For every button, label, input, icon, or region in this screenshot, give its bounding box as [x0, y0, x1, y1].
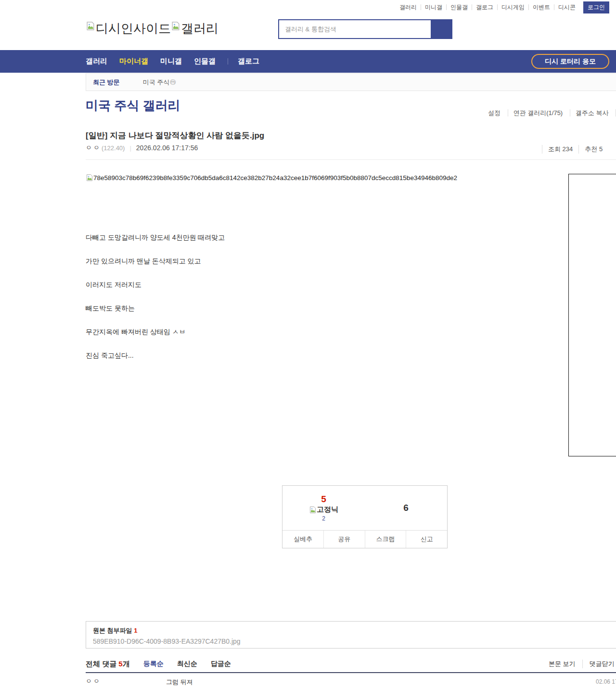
- post-paragraph: 이러지도 저러지도: [86, 279, 225, 290]
- attachment-filename[interactable]: 589EB910-D96C-4009-8B93-EA3297C427B0.jpg: [93, 637, 616, 645]
- broken-image-alt-text: 78e58903c78b69f6239b8fe3359c706db5da6c81…: [93, 174, 457, 182]
- post-author: ㅇㅇ: [86, 143, 101, 152]
- nav-divider: [228, 58, 228, 65]
- post-action-buttons: 실베추 공유 스크랩 신고: [282, 530, 447, 548]
- dc-lottery-button[interactable]: 디시 로터리 응모: [531, 54, 609, 69]
- topbar-link-minigal[interactable]: 미니갤: [421, 4, 447, 10]
- comments-divider: [86, 672, 616, 673]
- upvote-column: 5 고정닉 2: [282, 486, 365, 530]
- main-navbar: 갤러리 마이너갤 미니갤 인물갤 갤로그 디시 로터리 응모: [0, 50, 616, 73]
- related-galleries-link[interactable]: 연관 갤러리(1/75): [508, 109, 568, 117]
- nav-item-persongal[interactable]: 인물갤: [194, 57, 216, 66]
- comments-header-controls: 본문 보기 댓글닫기: [542, 660, 616, 668]
- view-post-body-button[interactable]: 본문 보기: [542, 660, 583, 668]
- topbar-link-dcgame[interactable]: 디시게임: [498, 4, 529, 10]
- recent-visit-label: 최근 방문: [93, 78, 120, 87]
- broken-content-image: 78e58903c78b69f6239b8fe3359c706db5da6c81…: [86, 174, 457, 182]
- search-box: [278, 19, 452, 39]
- post-paragraph: 무간지옥에 빠져버린 상태임 ㅅㅂ: [86, 326, 225, 338]
- post-date: 2026.02.06 17:17:56: [136, 144, 198, 152]
- topbar-link-persongal[interactable]: 인물갤: [447, 4, 472, 10]
- post-title: [일반] 지금 나보다 절망적상황인 사람 없을듯.jpg: [86, 130, 616, 141]
- post-paragraph: 가만 있으려니까 맨날 돈삭제되고 있고: [86, 255, 225, 267]
- fixed-nick-count: 2: [322, 515, 325, 522]
- minor-gallery-mark-icon: ⓜ: [170, 79, 176, 86]
- downvote-column: 6: [365, 486, 447, 530]
- logo-text-gallery: 갤러리: [181, 20, 218, 37]
- sort-tab-replies[interactable]: 답글순: [211, 660, 231, 668]
- close-comments-button[interactable]: 댓글닫기: [583, 660, 616, 668]
- gallery-header: 미국 주식 갤러리 설정 연관 갤러리(1/75) 갤주소 복사 이용: [86, 97, 616, 124]
- nav-item-minorgal[interactable]: 마이너갤: [119, 57, 148, 66]
- comment-time: 02.06 17: [596, 678, 616, 685]
- sort-tab-newest[interactable]: 최신순: [177, 660, 197, 668]
- sort-tab-registered[interactable]: 등록순: [143, 660, 164, 668]
- post-meta: ㅇㅇ (122.40) | 2026.02.06 17:17:56: [86, 143, 198, 152]
- report-button[interactable]: 신고: [406, 531, 447, 548]
- login-button[interactable]: 로그인: [583, 1, 609, 13]
- comment-author: ㅇㅇ: [86, 677, 616, 686]
- post-paragraph: 다빼고 도망갈려니까 양도세 4천만원 때려맞고: [86, 232, 225, 243]
- comment-item: ㅇㅇ 갤로그로 이동합니 그럼 뒤져 02.06 17: [86, 677, 616, 688]
- site-logo[interactable]: 디시인사이드 갤러리: [86, 20, 218, 37]
- like-count: 추천 5: [578, 145, 608, 154]
- meta-divider: |: [129, 144, 131, 152]
- scrap-button[interactable]: 스크랩: [365, 531, 406, 548]
- search-button[interactable]: [431, 20, 451, 38]
- broken-image-icon: [86, 174, 93, 182]
- search-input[interactable]: [279, 20, 431, 38]
- topbar-link-gallog[interactable]: 갤로그: [472, 4, 498, 10]
- attachment-label: 원본 첨부파일 1: [93, 626, 616, 635]
- fixed-nick-label: 고정닉: [317, 505, 338, 514]
- post-paragraph: 빼도박도 못하는: [86, 302, 225, 314]
- copy-gallery-url-link[interactable]: 갤주소 복사: [570, 109, 614, 117]
- nav-item-gallog[interactable]: 갤로그: [238, 57, 259, 66]
- nav-item-minigal[interactable]: 미니갤: [160, 57, 182, 66]
- topbar-link-event[interactable]: 이벤트: [529, 4, 554, 10]
- post-header: [일반] 지금 나보다 절망적상황인 사람 없을듯.jpg ㅇㅇ (122.40…: [86, 130, 616, 160]
- post-paragraphs: 다빼고 도망갈려니까 양도세 4천만원 때려맞고 가만 있으려니까 맨날 돈삭제…: [86, 232, 225, 373]
- post-stats: 조회 234 추천 5: [542, 143, 616, 156]
- vote-counts: 5 고정닉 2 6: [282, 486, 447, 530]
- vote-box: 5 고정닉 2 6 실베추 공유 스크랩 신고: [282, 485, 448, 548]
- broken-image-icon: [86, 21, 95, 31]
- fixed-nick-row: 고정닉: [309, 505, 338, 514]
- comments-count: 5: [118, 660, 122, 668]
- attachment-box: 원본 첨부파일 1 589EB910-D96C-4009-8B93-EA3297…: [86, 621, 616, 649]
- downvote-count: 6: [403, 503, 409, 513]
- gallery-utility-links: 설정 연관 갤러리(1/75) 갤주소 복사 이용: [483, 109, 616, 117]
- ad-placeholder-frame: [568, 174, 616, 456]
- broken-image-icon: [309, 506, 317, 514]
- share-button[interactable]: 공유: [323, 531, 365, 548]
- comments-section: 전체 댓글 5개 등록순 최신순 답글순 본문 보기 댓글닫기 ㅇㅇ 갤로그로 …: [86, 656, 616, 688]
- logo-text-dcinside: 디시인사이드: [96, 20, 171, 37]
- comments-total: 전체 댓글 5개: [86, 660, 130, 669]
- broken-image-icon: [171, 21, 180, 31]
- gallery-settings-link[interactable]: 설정: [483, 109, 506, 117]
- view-count: 조회 234: [542, 145, 578, 154]
- post-author-ip: (122.40): [102, 144, 125, 152]
- silbechu-button[interactable]: 실베추: [282, 531, 323, 548]
- upvote-count: 5: [321, 494, 326, 505]
- attachment-count: 1: [134, 627, 137, 634]
- comments-header: 전체 댓글 5개 등록순 최신순 답글순 본문 보기 댓글닫기: [86, 656, 616, 672]
- recent-visit-bar: 최근 방문 미국 주식ⓜ: [86, 73, 616, 91]
- nav-item-gallery[interactable]: 갤러리: [86, 57, 107, 66]
- comment-text: 그럼 뒤져: [166, 678, 193, 687]
- topbar-link-dccon[interactable]: 디시콘: [554, 4, 579, 10]
- topbar-link-gallery[interactable]: 갤러리: [396, 4, 421, 10]
- top-utility-bar: 갤러리 미니갤 인물갤 갤로그 디시게임 이벤트 디시콘 로그인: [0, 0, 616, 14]
- post-paragraph: 진심 죽고싶다...: [86, 350, 225, 361]
- recent-gallery-link[interactable]: 미국 주식ⓜ: [143, 78, 176, 87]
